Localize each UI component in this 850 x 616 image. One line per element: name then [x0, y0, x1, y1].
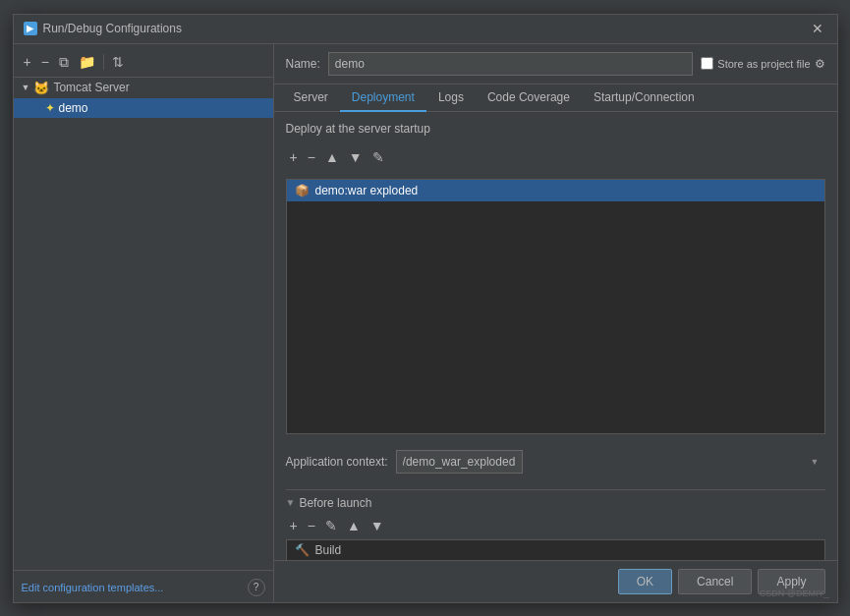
build-label: Build — [315, 543, 342, 557]
run-debug-dialog: ▶ Run/Debug Configurations ✕ + − ⧉ 📁 ⇅ ▼… — [13, 14, 838, 603]
build-item[interactable]: 🔨 Build — [287, 540, 824, 560]
tab-deployment[interactable]: Deployment — [340, 84, 426, 112]
store-row: Store as project file ⚙ — [701, 57, 824, 71]
app-context-select[interactable]: /demo_war_exploded — [396, 450, 523, 474]
deploy-item-demo-war[interactable]: 📦 demo:war exploded — [287, 180, 824, 201]
collapse-arrow: ▼ — [286, 497, 296, 508]
bottom-bar: OK Cancel Apply — [274, 560, 837, 602]
dialog-title: Run/Debug Configurations — [43, 22, 182, 35]
edit-templates-link[interactable]: Edit configuration templates... — [22, 582, 164, 593]
folder-config-button[interactable]: 📁 — [75, 52, 99, 72]
tree-arrow-tomcat: ▼ — [22, 83, 30, 92]
gear-icon[interactable]: ⚙ — [815, 57, 825, 71]
right-panel: Name: Store as project file ⚙ Server Dep… — [274, 44, 837, 602]
sidebar-item-tomcat[interactable]: ▼ 🐱 Tomcat Server — [14, 78, 273, 98]
demo-label: demo — [59, 101, 88, 115]
before-launch-list: 🔨 Build — [286, 539, 825, 560]
add-config-button[interactable]: + — [20, 52, 35, 72]
app-context-row: Application context: /demo_war_exploded — [286, 442, 825, 481]
name-input[interactable] — [328, 52, 694, 76]
panel-content: Deploy at the server startup + − ▲ ▼ ✎ 📦… — [274, 112, 837, 560]
help-button[interactable]: ? — [248, 579, 265, 596]
sidebar-item-demo[interactable]: ✦ demo — [14, 98, 273, 118]
war-icon: 📦 — [295, 184, 310, 197]
deploy-list: 📦 demo:war exploded — [286, 179, 825, 434]
deploy-edit-button[interactable]: ✎ — [368, 147, 388, 167]
tab-code-coverage[interactable]: Code Coverage — [476, 84, 582, 112]
deploy-add-button[interactable]: + — [286, 147, 302, 167]
tab-startup-connection[interactable]: Startup/Connection — [582, 84, 707, 112]
name-label: Name: — [286, 57, 320, 71]
demo-icon: ✦ — [45, 101, 55, 115]
build-icon: 🔨 — [295, 543, 310, 557]
store-checkbox[interactable] — [701, 57, 713, 70]
store-label: Store as project file — [717, 58, 810, 70]
bl-down-button[interactable]: ▼ — [367, 516, 388, 535]
watermark: CSDN @DEMIY_ — [760, 588, 829, 598]
deploy-down-button[interactable]: ▼ — [345, 147, 367, 167]
deploy-section-label: Deploy at the server startup — [286, 122, 825, 136]
tab-logs[interactable]: Logs — [426, 84, 476, 112]
main-content: + − ⧉ 📁 ⇅ ▼ 🐱 Tomcat Server ✦ demo Edit … — [14, 44, 837, 602]
before-launch-section: ▼ Before launch + − ✎ ▲ ▼ 🔨 Build — [286, 489, 825, 560]
bl-up-button[interactable]: ▲ — [343, 516, 365, 535]
cancel-button[interactable]: Cancel — [678, 569, 752, 594]
bl-remove-button[interactable]: − — [304, 516, 319, 535]
name-row: Name: Store as project file ⚙ — [274, 44, 837, 84]
tab-server[interactable]: Server — [282, 84, 340, 112]
sidebar: + − ⧉ 📁 ⇅ ▼ 🐱 Tomcat Server ✦ demo Edit … — [14, 44, 274, 602]
bl-add-button[interactable]: + — [286, 516, 302, 535]
dialog-icon: ▶ — [24, 22, 37, 35]
before-launch-toolbar: + − ✎ ▲ ▼ — [286, 516, 825, 535]
app-context-label: Application context: — [286, 455, 388, 469]
sidebar-toolbar: + − ⧉ 📁 ⇅ — [14, 48, 273, 78]
title-left: ▶ Run/Debug Configurations — [24, 22, 182, 35]
deploy-toolbar: + − ▲ ▼ ✎ — [286, 147, 825, 167]
ok-button[interactable]: OK — [618, 569, 672, 594]
title-bar: ▶ Run/Debug Configurations ✕ — [14, 15, 837, 44]
deploy-up-button[interactable]: ▲ — [321, 147, 343, 167]
sort-config-button[interactable]: ⇅ — [108, 52, 128, 72]
tomcat-label: Tomcat Server — [53, 81, 129, 94]
remove-config-button[interactable]: − — [37, 52, 53, 72]
before-launch-label: Before launch — [299, 496, 371, 510]
app-context-select-wrapper: /demo_war_exploded — [396, 450, 825, 474]
before-launch-header[interactable]: ▼ Before launch — [286, 496, 825, 510]
tomcat-icon: 🐱 — [33, 81, 49, 95]
deploy-item-label: demo:war exploded — [315, 184, 419, 197]
close-button[interactable]: ✕ — [808, 19, 827, 38]
toolbar-separator — [103, 54, 104, 70]
copy-config-button[interactable]: ⧉ — [55, 52, 73, 73]
bl-edit-button[interactable]: ✎ — [321, 516, 341, 535]
tabs-row: Server Deployment Logs Code Coverage Sta… — [274, 84, 837, 112]
deploy-remove-button[interactable]: − — [304, 147, 319, 167]
